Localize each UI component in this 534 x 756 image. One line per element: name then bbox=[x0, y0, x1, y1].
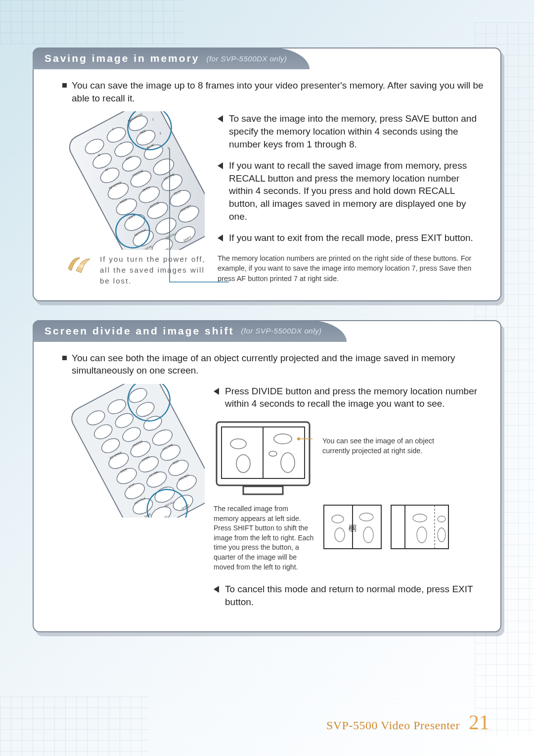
shift-text: The recalled image from memory appears a… bbox=[214, 504, 315, 572]
note-icon: Note bbox=[67, 254, 94, 275]
footer-page-number: 21 bbox=[469, 710, 490, 734]
decor-grid-bottom-left bbox=[0, 697, 148, 756]
shift-thumb-2 bbox=[390, 504, 449, 550]
panel1-inner: You can save the image up to 8 frames in… bbox=[34, 48, 500, 300]
section2-intro-row: You can see both the image of an object … bbox=[47, 349, 487, 384]
note-row: Note If you turn the power off, all the … bbox=[56, 254, 209, 286]
svg-text:椢: 椢 bbox=[349, 524, 356, 532]
square-bullet-icon bbox=[62, 83, 67, 88]
section1-title: Saving image in memory bbox=[44, 52, 199, 64]
decor-grid-top-left bbox=[0, 0, 183, 45]
monitor-caption: You can see the image of an object curre… bbox=[322, 419, 441, 456]
section2-intro: You can see both the image of an object … bbox=[72, 352, 484, 377]
note-text: If you turn the power off, all the saved… bbox=[100, 254, 209, 286]
section1-subtitle: (for SVP-5500DX only) bbox=[206, 54, 287, 63]
section2-b1: Press DIVIDE button and press the memory… bbox=[225, 385, 483, 410]
section1-intro-row: You can save the image up to 8 frames in… bbox=[47, 76, 487, 111]
section1-columns: F N NEGA/POSI + RED AF AWC BLUE REVERSE bbox=[47, 111, 487, 286]
section2-b2: To cancel this mode and return to normal… bbox=[225, 583, 483, 608]
section2-rightcol: Press DIVIDE button and press the memory… bbox=[214, 384, 487, 617]
section2-columns: REVERSEFREEZE WIDEOPENVOLUME CLOSETELEEX… bbox=[47, 384, 487, 617]
triangle-bullet-icon bbox=[218, 235, 223, 241]
section1-titleband: Saving image in memory (for SVP-5500DX o… bbox=[33, 47, 310, 69]
section1-intro: You can save the image up to 8 frames in… bbox=[72, 79, 484, 104]
triangle-bullet-icon bbox=[214, 388, 219, 395]
svg-text:Note: Note bbox=[78, 263, 89, 269]
section1-b3: If you want to exit from the recall mode… bbox=[229, 232, 473, 244]
panel2-inner: You can see both the image of an object … bbox=[34, 321, 500, 631]
monitor-illustration bbox=[214, 419, 312, 498]
panel-saving-image: Saving image in memory (for SVP-5500DX o… bbox=[33, 47, 501, 301]
triangle-bullet-icon bbox=[218, 115, 223, 122]
page-footer: SVP-5500 Video Presenter 21 bbox=[326, 710, 490, 734]
page: Saving image in memory (for SVP-5500DX o… bbox=[0, 0, 534, 756]
triangle-bullet-icon bbox=[218, 162, 223, 169]
section2-title: Screen divide and image shift bbox=[44, 325, 234, 337]
footer-product: SVP-5500 Video Presenter bbox=[326, 719, 460, 732]
shift-thumb-1: 椢 bbox=[323, 504, 382, 550]
monitor-row: You can see the image of an object curre… bbox=[214, 419, 487, 498]
remote-illustration-1: F N NEGA/POSI + RED AF AWC BLUE REVERSE bbox=[56, 111, 205, 250]
panel-screen-divide: Screen divide and image shift (for SVP-5… bbox=[33, 320, 501, 632]
section1-b1: To save the image into the memory, press… bbox=[229, 112, 483, 150]
section2-titleband: Screen divide and image shift (for SVP-5… bbox=[33, 320, 347, 342]
section2-subtitle: (for SVP-5500DX only) bbox=[241, 327, 321, 335]
shift-row: The recalled image from memory appears a… bbox=[214, 504, 487, 572]
svg-rect-95 bbox=[243, 486, 283, 494]
section1-b2: If you want to recall the saved image fr… bbox=[229, 159, 483, 223]
section1-rightcol: To save the image into the memory, press… bbox=[218, 111, 487, 286]
remote-illustration-2: REVERSEFREEZE WIDEOPENVOLUME CLOSETELEEX… bbox=[56, 384, 205, 518]
content-sheet: Saving image in memory (for SVP-5500DX o… bbox=[33, 47, 501, 651]
square-bullet-icon bbox=[62, 356, 67, 360]
triangle-bullet-icon bbox=[214, 586, 219, 593]
section1-smallnote: The memory location numbers are printed … bbox=[218, 253, 487, 284]
